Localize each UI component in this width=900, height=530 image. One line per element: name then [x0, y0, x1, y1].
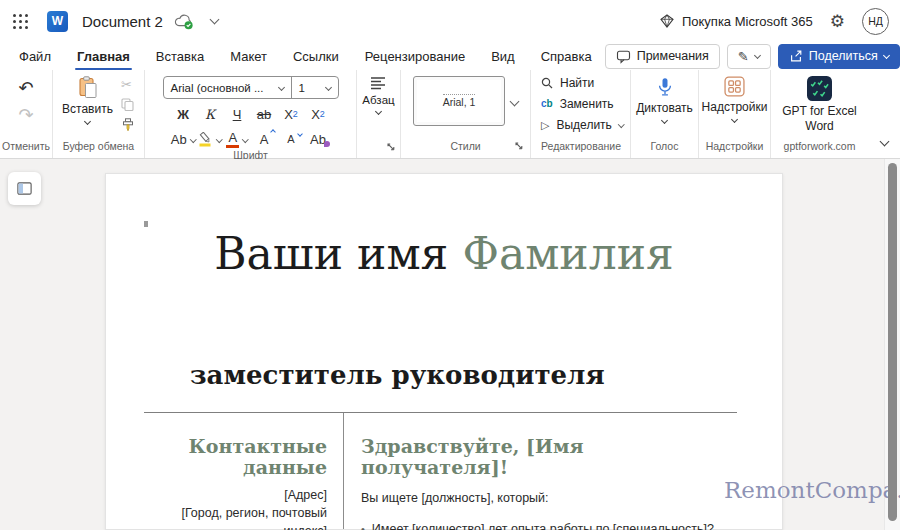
- ribbon-tab[interactable]: Справка: [528, 42, 605, 70]
- title-chevron-down-icon[interactable]: [209, 14, 219, 24]
- editing-group: Найти cb Заменить ▷ Выделить Редактирова…: [530, 70, 630, 158]
- greeting-intro: Вы ищете [должность], который:: [361, 491, 737, 505]
- buy-label: Покупка Microsoft 365: [682, 14, 813, 29]
- letter-column[interactable]: Здравствуйте, [Имя получателя]! Вы ищете…: [344, 413, 737, 529]
- shrink-font-button[interactable]: A: [279, 129, 304, 149]
- share-button[interactable]: Поделиться: [778, 44, 900, 69]
- ribbon-collapse-chevron-icon[interactable]: [879, 137, 889, 147]
- settings-gear-icon[interactable]: ⚙: [830, 13, 845, 30]
- addins-label: Надстройки: [702, 100, 768, 115]
- select-label: Выделить: [556, 118, 611, 132]
- app-header: W Document 2 Покупка Microsoft 365 ⚙ НД: [0, 0, 900, 42]
- comments-button[interactable]: Примечания: [605, 44, 720, 69]
- search-icon: [541, 77, 553, 89]
- style-preview[interactable]: Arial, 1: [413, 76, 505, 126]
- app-launcher-icon[interactable]: [13, 14, 28, 29]
- paragraph-label: Абзац: [362, 93, 394, 107]
- ribbon-tab[interactable]: Главная: [64, 42, 143, 70]
- undo-group-label: Отменить: [2, 140, 50, 155]
- account-avatar[interactable]: НД: [862, 8, 889, 35]
- document-canvas: Ваши имя Фамилия заместитель руководител…: [0, 159, 900, 530]
- clear-formatting-button[interactable]: Ab: [306, 129, 331, 149]
- ribbon-tab[interactable]: Файл: [6, 42, 64, 70]
- font-name-value: Arial (основной ...: [171, 82, 264, 94]
- underline-button[interactable]: Ч: [225, 104, 250, 124]
- font-group: Arial (основной ... 1 Ж К Ч ab X2 X2 Ab: [144, 70, 356, 158]
- paste-clipboard-icon: [77, 76, 99, 99]
- paragraph-lines-icon: [370, 76, 386, 90]
- strikethrough-button[interactable]: ab: [252, 104, 277, 124]
- contact-line: [Город, регион, почтовый индекс]: [144, 504, 327, 530]
- cut-button[interactable]: ✂: [121, 78, 135, 91]
- contact-heading: Контактные данные: [144, 436, 327, 478]
- gpt-addin-group: GPT for Excel Word gptforwork.com: [770, 70, 868, 158]
- change-case-button[interactable]: Ab: [171, 129, 196, 149]
- editing-mode-button[interactable]: ✎: [727, 44, 771, 69]
- dictate-label: Диктовать: [636, 101, 693, 116]
- share-label: Поделиться: [809, 49, 878, 63]
- gpt-addin-button[interactable]: GPT for Excel Word: [775, 76, 864, 134]
- word-logo-icon[interactable]: W: [47, 11, 68, 32]
- select-button[interactable]: ▷ Выделить: [541, 118, 623, 132]
- ribbon-tab[interactable]: Вид: [478, 42, 528, 70]
- site-watermark: RemontCompa.ru: [724, 477, 900, 503]
- bullet-list: • Имеет [количество] лет опыта работы по…: [361, 520, 737, 530]
- ribbon-tab[interactable]: Вставка: [143, 42, 217, 70]
- editing-group-label: Редактирование: [541, 140, 621, 155]
- diamond-icon: [659, 13, 675, 29]
- paragraph-dialog-launcher-icon[interactable]: [386, 142, 396, 152]
- styles-dialog-launcher-icon[interactable]: [514, 141, 524, 151]
- find-label: Найти: [560, 76, 594, 90]
- share-icon: [789, 49, 803, 63]
- buy-microsoft365-button[interactable]: Покупка Microsoft 365: [659, 13, 813, 29]
- dictate-button[interactable]: Диктовать: [636, 76, 693, 123]
- saved-to-cloud-icon: [173, 13, 195, 30]
- grow-font-button[interactable]: А: [252, 129, 277, 149]
- highlighter-icon: [198, 132, 213, 147]
- document-title[interactable]: Document 2: [82, 13, 163, 30]
- undo-button[interactable]: ↶: [18, 79, 33, 97]
- select-pointer-icon: ▷: [541, 119, 549, 132]
- ribbon-collapse-area: [868, 70, 900, 158]
- font-color-button[interactable]: А: [225, 129, 250, 149]
- find-button[interactable]: Найти: [541, 76, 594, 90]
- addins-grid-icon: [724, 76, 745, 97]
- format-painter-button[interactable]: [121, 118, 135, 132]
- superscript-button[interactable]: X2: [306, 104, 331, 124]
- resume-first-name: Ваши имя: [214, 228, 448, 279]
- contact-line: [Адрес]: [144, 486, 327, 504]
- ribbon-tab[interactable]: Ссылки: [280, 42, 352, 70]
- paragraph-group: Абзац: [356, 70, 400, 158]
- gpt-addin-label: GPT for Excel Word: [775, 104, 864, 134]
- copy-button[interactable]: [121, 98, 135, 111]
- comment-icon: [616, 49, 631, 64]
- scrollbar-thumb[interactable]: [888, 163, 897, 521]
- text-cursor-mark: [144, 221, 148, 227]
- subscript-button[interactable]: X2: [279, 104, 304, 124]
- resume-job-title[interactable]: заместитель руководителя: [190, 360, 605, 390]
- redo-button[interactable]: ↷: [18, 106, 33, 124]
- resume-name-title[interactable]: Ваши имя Фамилия: [106, 230, 782, 278]
- addins-button[interactable]: Надстройки: [702, 76, 768, 122]
- navigation-pane-toggle-button[interactable]: [8, 172, 41, 205]
- bullet-dot-icon: •: [361, 520, 365, 530]
- vertical-scrollbar[interactable]: [884, 159, 900, 530]
- ribbon-tab[interactable]: Макет: [217, 42, 280, 70]
- document-page[interactable]: Ваши имя Фамилия заместитель руководител…: [105, 173, 783, 530]
- replace-button[interactable]: cb Заменить: [541, 97, 614, 111]
- paste-button[interactable]: Вставить: [62, 76, 113, 124]
- font-size-dropdown[interactable]: 1: [292, 77, 338, 98]
- text-highlight-button[interactable]: [198, 129, 223, 149]
- ribbon-tab[interactable]: Рецензирование: [352, 42, 478, 70]
- gpt-addin-icon: [807, 76, 832, 101]
- styles-chevron-down-icon[interactable]: [510, 96, 520, 106]
- paragraph-button[interactable]: Абзац: [362, 76, 394, 114]
- bold-button[interactable]: Ж: [171, 104, 196, 124]
- contact-column[interactable]: Контактные данные [Адрес][Город, регион,…: [144, 413, 344, 529]
- gpt-group-label: gptforwork.com: [784, 140, 856, 155]
- addins-group-label: Надстройки: [706, 140, 764, 155]
- font-name-dropdown[interactable]: Arial (основной ...: [164, 77, 292, 98]
- styles-group: Arial, 1 Стили: [400, 70, 530, 158]
- italic-button[interactable]: К: [198, 104, 223, 124]
- font-size-value: 1: [299, 82, 305, 94]
